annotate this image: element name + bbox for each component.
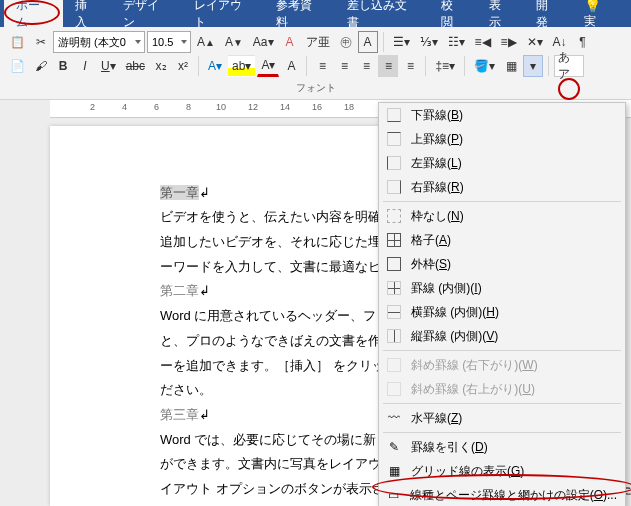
menu-outside-borders[interactable]: 外枠(S)	[379, 252, 625, 276]
font-color-icon[interactable]: A▾	[257, 55, 279, 77]
chapter-3-heading: 第三章	[160, 407, 199, 422]
borders-button[interactable]: ▦	[501, 55, 521, 77]
shading-icon[interactable]: 🪣▾	[470, 55, 499, 77]
menu-draw-border[interactable]: ✎罫線を引く(D)	[379, 435, 625, 459]
strike-button[interactable]: abc	[122, 55, 149, 77]
menu-inside-borders[interactable]: 罫線 (内側)(I)	[379, 276, 625, 300]
tab-references[interactable]: 参考資料	[264, 0, 335, 36]
menu-inside-horizontal[interactable]: 横罫線 (内側)(H)	[379, 300, 625, 324]
align-justify-icon[interactable]: ≡	[378, 55, 398, 77]
tab-review[interactable]: 校閲	[429, 0, 476, 36]
menu-left-border[interactable]: 左罫線(L)	[379, 151, 625, 175]
menu-horizontal-line[interactable]: 〰水平線(Z)	[379, 406, 625, 430]
format-painter-icon[interactable]: 🖌	[31, 55, 51, 77]
chapter-1-heading: 第一章	[160, 185, 199, 200]
menu-view-gridlines[interactable]: ▦グリッド線の表示(G)	[379, 459, 625, 483]
menu-diagonal-down: 斜め罫線 (右下がり)(W)	[379, 353, 625, 377]
menu-inside-vertical[interactable]: 縦罫線 (内側)(V)	[379, 324, 625, 348]
group-label-font: フォント	[6, 79, 625, 99]
bold-button[interactable]: B	[53, 55, 73, 77]
text-effects-icon[interactable]: A▾	[204, 55, 226, 77]
superscript-button[interactable]: x²	[173, 55, 193, 77]
char-shading-icon[interactable]: A	[281, 55, 301, 77]
underline-button[interactable]: U▾	[97, 55, 120, 77]
borders-dropdown-menu: 下罫線(B) 上罫線(P) 左罫線(L) 右罫線(R) 枠なし(N) 格子(A)…	[378, 102, 626, 506]
font-size-select[interactable]: 10.5	[147, 31, 191, 53]
copy-icon[interactable]: 📄	[6, 55, 29, 77]
menu-diagonal-up: 斜め罫線 (右上がり)(U)	[379, 377, 625, 401]
menu-right-border[interactable]: 右罫線(R)	[379, 175, 625, 199]
highlight-icon[interactable]: ab▾	[228, 55, 255, 77]
borders-dropdown-button[interactable]: ▾	[523, 55, 543, 77]
tab-layout[interactable]: レイアウト	[182, 0, 265, 36]
ribbon-body: 📋 ✂ 游明朝 (本文0 10.5 A▲ A▼ Aa▾ A ア亜 ㊥ A ☰▾ …	[0, 27, 631, 100]
tell-me[interactable]: 💡実	[572, 0, 627, 35]
chapter-2-heading: 第二章	[160, 283, 199, 298]
align-center-icon[interactable]: ≡	[334, 55, 354, 77]
tab-developer[interactable]: 開発	[524, 0, 571, 36]
tab-mailings[interactable]: 差し込み文書	[335, 0, 429, 36]
menu-borders-and-shading[interactable]: ▭線種とページ罫線と網かけの設定(O)...	[379, 483, 625, 506]
menu-all-borders[interactable]: 格子(A)	[379, 228, 625, 252]
align-right-icon[interactable]: ≡	[356, 55, 376, 77]
subscript-button[interactable]: x₂	[151, 55, 171, 77]
distribute-icon[interactable]: ≡	[400, 55, 420, 77]
menu-no-border[interactable]: 枠なし(N)	[379, 204, 625, 228]
menu-bottom-border[interactable]: 下罫線(B)	[379, 103, 625, 127]
styles-icon[interactable]: あア	[554, 55, 584, 77]
line-spacing-icon[interactable]: ‡≡▾	[431, 55, 459, 77]
font-name-select[interactable]: 游明朝 (本文0	[53, 31, 145, 53]
ribbon-tabs: ホーム 挿入 デザイン レイアウト 参考資料 差し込み文書 校閲 表示 開発 💡…	[0, 0, 631, 27]
menu-top-border[interactable]: 上罫線(P)	[379, 127, 625, 151]
tab-view[interactable]: 表示	[477, 0, 524, 36]
italic-button[interactable]: I	[75, 55, 95, 77]
align-left-icon[interactable]: ≡	[312, 55, 332, 77]
